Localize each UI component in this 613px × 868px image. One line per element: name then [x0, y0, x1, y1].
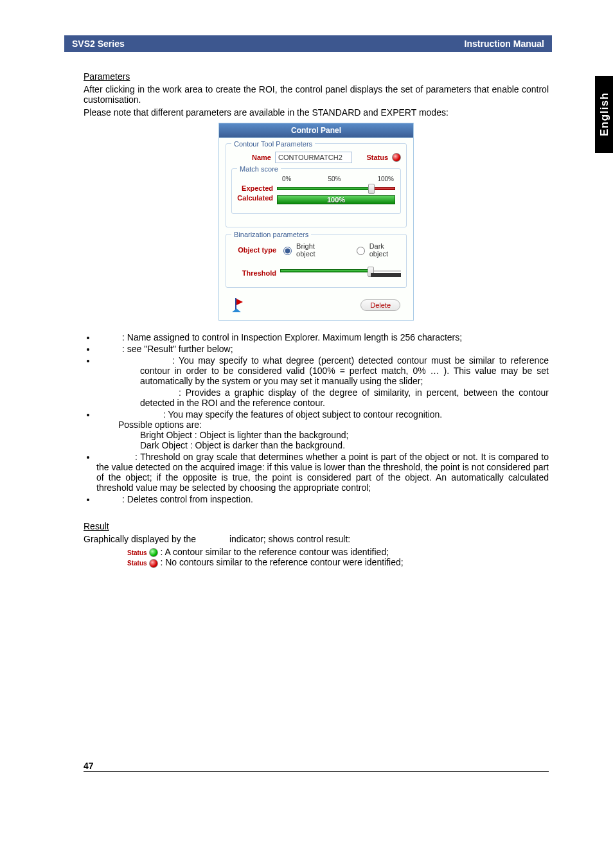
- language-tab: English: [595, 76, 613, 153]
- result-green-line: Status : A contour similar to the refere…: [127, 547, 549, 557]
- calculated-bar: 100%: [277, 194, 395, 206]
- calculated-label: Calculated: [237, 194, 277, 202]
- result-red-line: Status : No contours similar to the refe…: [127, 557, 549, 567]
- bullet-objecttype: : You may specify the features of object…: [96, 409, 549, 450]
- group2-title: Binarization parameters: [231, 231, 311, 238]
- status-led-red-icon-2: [149, 559, 158, 568]
- threshold-label: Threshold: [231, 269, 280, 277]
- group1-title: Contour Tool Parameters: [231, 140, 315, 148]
- intro-p1: After clicking in the work area to creat…: [84, 84, 549, 105]
- bullet-expected-desc: : You may specify to what degree (percen…: [140, 355, 549, 386]
- bright-object-text: Bright object: [296, 242, 331, 258]
- binarization-parameters-group: Binarization parameters Object type Brig…: [226, 234, 407, 288]
- bullet-delete: : Deletes control from inspection.: [96, 494, 549, 504]
- bullet-name: : Name assigned to control in Inspection…: [96, 332, 549, 342]
- expected-label: Expected: [237, 184, 277, 192]
- intro-p2: Please note that different parameters ar…: [84, 107, 549, 118]
- bullet-calculated-desc: : Provides a graphic display of the degr…: [140, 387, 549, 408]
- result-desc: Graphically displayed by the indicator; …: [84, 534, 549, 544]
- status-led-red-icon: [392, 153, 401, 162]
- parameters-heading: Parameters: [84, 71, 549, 82]
- match-score-group: Match score 0% 50% 100% Expected: [231, 168, 401, 214]
- header-bar: SVS2 Series Instruction Manual: [64, 35, 552, 52]
- match-score-title: Match score: [237, 165, 281, 173]
- bullet-bright-object: Bright Object : Object is lighter than t…: [140, 430, 549, 440]
- name-input[interactable]: [275, 152, 352, 163]
- scale-100: 100%: [377, 175, 394, 182]
- flag-icon: [232, 298, 244, 312]
- status-led-green-icon: [149, 548, 158, 557]
- dark-object-radio[interactable]: Dark object: [353, 242, 401, 258]
- object-type-label: Object type: [231, 246, 276, 254]
- control-panel-title: Control Panel: [219, 123, 413, 138]
- delete-button[interactable]: Delete: [360, 299, 400, 311]
- bullet-status: : see "Result" further below;: [96, 344, 549, 354]
- dark-object-text: Dark object: [369, 242, 401, 258]
- control-panel: Control Panel Contour Tool Parameters Na…: [218, 123, 414, 321]
- scale-0: 0%: [282, 175, 291, 182]
- contour-tool-parameters-group: Contour Tool Parameters Name Status Matc…: [226, 143, 407, 227]
- bullet-matchscore: : You may specify to what degree (percen…: [96, 355, 549, 408]
- expected-slider[interactable]: [277, 184, 395, 193]
- result-heading: Result: [84, 521, 549, 531]
- page-number: 47: [84, 761, 94, 771]
- bullet-dark-object: Dark Object : Object is darker than the …: [140, 440, 549, 450]
- parameter-bullets: : Name assigned to control in Inspection…: [96, 332, 549, 504]
- name-label: Name: [231, 154, 271, 161]
- scale-50: 50%: [328, 175, 341, 182]
- threshold-slider[interactable]: [280, 267, 401, 279]
- bullet-options-intro: Possible options are:: [118, 420, 549, 430]
- bullet-threshold: : Threshold on gray scale that determine…: [96, 452, 549, 493]
- status-label: Status: [366, 154, 388, 161]
- header-right: Instruction Manual: [465, 39, 544, 49]
- calculated-value: 100%: [277, 195, 395, 204]
- header-left: SVS2 Series: [72, 39, 125, 49]
- bright-object-radio[interactable]: Bright object: [280, 242, 331, 258]
